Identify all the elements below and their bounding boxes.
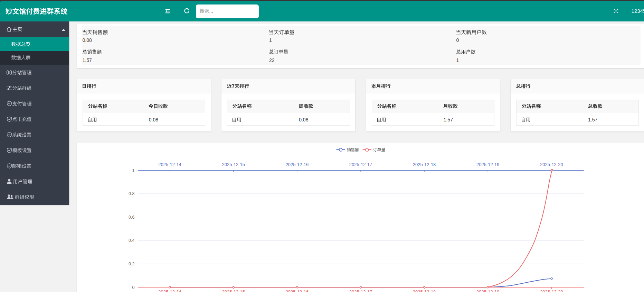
svg-text:1: 1: [132, 168, 135, 173]
svg-text:0.2: 0.2: [129, 262, 134, 266]
svg-text:2025-12-14: 2025-12-14: [158, 289, 181, 292]
svg-text:2025-12-14: 2025-12-14: [158, 162, 181, 167]
svg-text:0: 0: [132, 285, 135, 290]
svg-text:2025-12-16: 2025-12-16: [286, 289, 309, 292]
svg-text:2025-12-18: 2025-12-18: [413, 289, 436, 292]
svg-text:2025-12-18: 2025-12-18: [413, 162, 436, 167]
svg-text:0.8: 0.8: [129, 191, 134, 196]
svg-text:2025-12-20: 2025-12-20: [540, 289, 563, 292]
svg-text:2025-12-20: 2025-12-20: [540, 162, 563, 167]
svg-text:2025-12-15: 2025-12-15: [222, 162, 245, 167]
svg-text:2025-12-16: 2025-12-16: [286, 162, 309, 167]
svg-text:0.4: 0.4: [129, 238, 134, 243]
svg-text:2025-12-19: 2025-12-19: [476, 162, 500, 167]
svg-text:2025-12-17: 2025-12-17: [349, 289, 372, 292]
svg-text:2025-12-17: 2025-12-17: [349, 162, 372, 167]
svg-text:2025-12-19: 2025-12-19: [476, 289, 500, 292]
svg-text:2025-12-15: 2025-12-15: [222, 289, 245, 292]
svg-text:0.6: 0.6: [129, 215, 134, 220]
